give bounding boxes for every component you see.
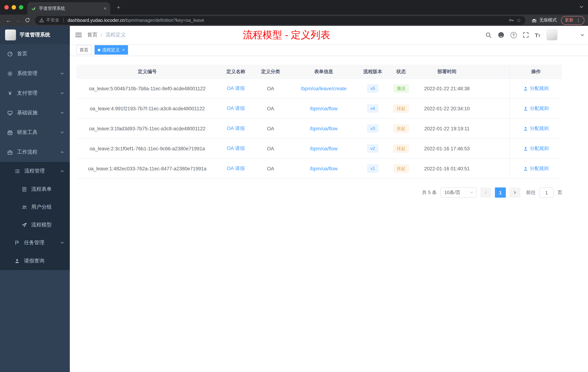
tab-strip: 芋道管理系统 × + xyxy=(0,0,588,15)
form-link[interactable]: /bpm/oa/flow xyxy=(310,146,337,151)
chevron-down-icon xyxy=(60,241,64,245)
col-header: 状态 xyxy=(386,65,416,78)
definition-name-link[interactable]: OA 请假 xyxy=(227,85,245,92)
tab-close-icon[interactable]: × xyxy=(104,6,106,11)
form-link[interactable]: /bpm/oa/flow xyxy=(310,166,337,171)
main-area: 首页 / 流程定义 流程模型 - 定义列表 ? TT xyxy=(70,26,588,372)
address-bar[interactable]: 不安全 dashboard.yudao.iocoder.cn/bpm/manag… xyxy=(35,16,525,25)
key-icon[interactable] xyxy=(509,17,514,23)
status-badge: 挂起 xyxy=(393,144,409,153)
tab-search-icon[interactable] xyxy=(579,5,584,9)
close-window-button[interactable] xyxy=(4,5,9,10)
tag-home[interactable]: 首页 xyxy=(76,45,92,55)
cell-definition-id: oa_leave:4:991f2193-7b7f-11ec-a3c8-acde4… xyxy=(76,99,218,118)
user-icon xyxy=(523,126,528,131)
logo-image xyxy=(5,30,16,40)
sidebar-item-home[interactable]: 首页 xyxy=(0,44,70,64)
page-title: 流程模型 - 定义列表 xyxy=(243,28,330,42)
forward-icon[interactable]: → xyxy=(13,15,22,25)
incognito-icon xyxy=(531,17,537,23)
sidebar-item-devtools[interactable]: 研发工具 xyxy=(0,123,70,142)
cell-category: OA xyxy=(253,99,288,118)
chevron-up-icon xyxy=(60,150,64,154)
sidebar-item-workflow[interactable]: 工作流程 xyxy=(0,142,70,162)
more-menu-icon[interactable]: ⋮ xyxy=(576,17,581,23)
logo-title: 芋道管理系统 xyxy=(20,32,50,38)
url-text[interactable]: dashboard.yudao.iocoder.cn/bpm/manager/d… xyxy=(68,18,204,23)
assign-rule-link[interactable]: 分配规则 xyxy=(523,165,549,172)
font-size-icon[interactable]: TT xyxy=(535,32,540,38)
assign-rule-link[interactable]: 分配规则 xyxy=(523,85,549,92)
assign-rule-link[interactable]: 分配规则 xyxy=(523,105,549,112)
col-spacer xyxy=(477,119,509,138)
avatar[interactable] xyxy=(546,30,557,40)
definition-table: 定义编号 定义名称 定义分类 表单信息 流程版本 状态 部署时间 操作 oa_l… xyxy=(76,65,562,179)
fullscreen-icon[interactable] xyxy=(523,32,529,38)
cell-category: OA xyxy=(253,79,288,98)
update-button[interactable]: 更新 ⋮ xyxy=(561,16,584,25)
window-controls xyxy=(0,5,29,10)
sidebar-item-leave-query[interactable]: 请假查询 xyxy=(0,252,70,270)
col-spacer xyxy=(477,139,509,158)
sidebar-item-infra[interactable]: 基础设施 xyxy=(0,103,70,123)
breadcrumb-home[interactable]: 首页 xyxy=(87,32,97,38)
tag-close-icon[interactable]: × xyxy=(122,48,125,52)
form-link[interactable]: /bpm/oa/flow xyxy=(310,106,337,111)
cell-category: OA xyxy=(253,139,288,158)
cell-definition-id: oa_leave:2:3c1f0ef1-76b1-11ec-9c66-a2380… xyxy=(76,139,218,158)
help-icon[interactable]: ? xyxy=(510,32,516,38)
sidebar-item-task-mgmt[interactable]: 任务管理 xyxy=(0,234,70,252)
chevron-up-icon xyxy=(60,169,64,173)
breadcrumb-separator: / xyxy=(101,32,102,38)
assign-rule-link[interactable]: 分配规则 xyxy=(523,125,549,132)
definition-name-link[interactable]: OA 请假 xyxy=(227,105,245,112)
sidebar-logo[interactable]: 芋道管理系统 xyxy=(0,26,70,44)
navbar-actions: ? TT xyxy=(485,30,588,40)
assign-rule-link[interactable]: 分配规则 xyxy=(523,145,549,152)
next-page-button[interactable] xyxy=(509,187,520,198)
prev-page-button[interactable] xyxy=(480,187,491,198)
definition-name-link[interactable]: OA 请假 xyxy=(227,145,245,152)
sidebar-item-process-mgmt[interactable]: 流程管理 xyxy=(0,162,70,180)
table-row: oa_leave:2:3c1f0ef1-76b1-11ec-9c66-a2380… xyxy=(76,139,562,159)
sidebar-item-process-model[interactable]: 流程模型 xyxy=(0,216,70,234)
warning-icon xyxy=(39,18,44,22)
user-icon xyxy=(15,258,20,263)
back-icon[interactable]: ← xyxy=(4,15,13,25)
chevron-down-icon xyxy=(470,191,473,194)
sidebar-item-system[interactable]: 系统管理 xyxy=(0,64,70,83)
hamburger-icon[interactable] xyxy=(70,32,87,38)
status-badge: 挂起 xyxy=(393,124,409,132)
page-size-select[interactable]: 10条/页 xyxy=(440,187,477,198)
col-header: 定义分类 xyxy=(253,65,288,78)
sidebar-item-payment[interactable]: ¥ 支付管理 xyxy=(0,83,70,103)
reload-icon[interactable] xyxy=(22,15,32,25)
user-icon xyxy=(523,146,528,151)
github-icon[interactable] xyxy=(498,32,504,38)
form-link[interactable]: /bpm/oa/flow xyxy=(310,126,337,131)
sidebar-item-process-form[interactable]: 流程表单 xyxy=(0,180,70,198)
document-icon xyxy=(22,186,27,192)
current-page-button[interactable]: 1 xyxy=(495,187,506,198)
tag-process-definition[interactable]: 流程定义 × xyxy=(94,45,128,55)
minimize-window-button[interactable] xyxy=(12,5,16,10)
workflow-submenu: 流程管理 流程表单 用户分组 xyxy=(0,162,70,270)
briefcase-icon xyxy=(7,149,13,155)
search-icon[interactable] xyxy=(485,32,492,38)
yen-icon: ¥ xyxy=(7,90,13,96)
version-tag: v5 xyxy=(367,85,378,92)
browser-tab[interactable]: 芋道管理系统 × xyxy=(27,2,110,15)
definition-name-link[interactable]: OA 请假 xyxy=(227,165,245,172)
bookmark-star-icon[interactable]: ☆ xyxy=(516,17,521,23)
goto-page-input[interactable] xyxy=(539,187,554,198)
form-link[interactable]: /bpm/oa/leave/create xyxy=(301,86,346,91)
new-tab-button[interactable]: + xyxy=(114,3,123,12)
cell-definition-id: oa_leave:5:004b710b-7b8a-11ec-8ef0-acde4… xyxy=(76,79,218,98)
divider xyxy=(63,18,64,22)
sidebar-item-label: 支付管理 xyxy=(17,90,37,97)
definition-name-link[interactable]: OA 请假 xyxy=(227,125,245,132)
sidebar-item-user-group[interactable]: 用户分组 xyxy=(0,198,70,216)
avatar-caret-icon[interactable] xyxy=(580,33,584,37)
security-label[interactable]: 不安全 xyxy=(46,17,59,23)
zoom-window-button[interactable] xyxy=(19,5,23,10)
